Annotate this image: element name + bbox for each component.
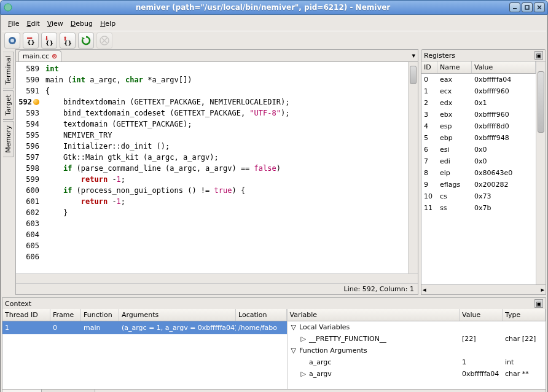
- tab-menu-down-icon[interactable]: ▾: [412, 52, 415, 60]
- line-number[interactable]: 598: [16, 163, 43, 174]
- var-col-type[interactable]: Type: [503, 309, 546, 321]
- menu-debug[interactable]: Debug: [67, 18, 96, 29]
- registers-hscrollbar[interactable]: ◂▸: [421, 285, 546, 295]
- code-line[interactable]: bindtextdomain (GETTEXT_PACKAGE, NEMIVER…: [45, 96, 405, 108]
- register-row[interactable]: 0eax0xbfffffa04: [421, 74, 536, 85]
- code-line[interactable]: return -1;: [45, 174, 405, 185]
- registers-vscrollbar[interactable]: [536, 61, 546, 284]
- menu-file[interactable]: File: [4, 18, 23, 29]
- code-line[interactable]: int: [45, 63, 405, 74]
- code-line[interactable]: textdomain (GETTEXT_PACKAGE);: [45, 119, 405, 130]
- line-number[interactable]: 590: [16, 74, 43, 85]
- context-collapse-icon[interactable]: ▣: [534, 299, 543, 308]
- line-number[interactable]: 596: [16, 141, 43, 152]
- menu-help[interactable]: Help: [96, 18, 119, 29]
- line-number[interactable]: 602: [16, 207, 43, 218]
- variable-row[interactable]: ▽ Function Arguments: [288, 345, 546, 356]
- register-row[interactable]: 7edi0x0: [421, 155, 536, 167]
- code-line[interactable]: return -1;: [45, 196, 405, 207]
- line-number[interactable]: 604: [16, 229, 43, 240]
- tab-breakpoints[interactable]: Breakpoints: [42, 390, 95, 392]
- line-number[interactable]: 601: [16, 196, 43, 207]
- line-number[interactable]: 594: [16, 119, 43, 130]
- line-number[interactable]: 597: [16, 152, 43, 163]
- step-over-button[interactable]: {}: [23, 33, 39, 49]
- code-line[interactable]: Initializer::do_init ();: [45, 141, 405, 152]
- register-row[interactable]: 1ecx0xbffff960: [421, 85, 536, 97]
- line-number[interactable]: 605: [16, 240, 43, 251]
- code-line[interactable]: }: [45, 207, 405, 218]
- register-row[interactable]: 6esi0x0: [421, 144, 536, 155]
- register-row[interactable]: 2edx0x1: [421, 97, 536, 109]
- code-line[interactable]: NEMIVER_TRY: [45, 130, 405, 141]
- close-button[interactable]: [534, 2, 545, 12]
- code-line[interactable]: if (parse_command_line (a_argc, a_argv) …: [45, 163, 405, 174]
- editor-hscrollbar[interactable]: [16, 273, 418, 283]
- register-row[interactable]: 8eip0x80643e0: [421, 167, 536, 179]
- code-line[interactable]: bind_textdomain_codeset (GETTEXT_PACKAGE…: [45, 108, 405, 119]
- toolbar: {} {} {}: [2, 31, 546, 49]
- var-col-value[interactable]: Value: [460, 309, 503, 321]
- stop-button[interactable]: [96, 33, 112, 49]
- code-line[interactable]: main (int a_argc, char *a_argv[]): [45, 74, 405, 85]
- code-line[interactable]: Gtk::Main gtk_kit (a_argc, a_argv);: [45, 152, 405, 163]
- variable-row[interactable]: ▷ __PRETTY_FUNCTION__[22]char [22]: [288, 333, 546, 345]
- stack-col-function[interactable]: Function: [81, 309, 119, 321]
- stack-col-thread[interactable]: Thread ID: [2, 309, 50, 321]
- reg-col-id[interactable]: ID: [421, 61, 437, 73]
- register-row[interactable]: 11ss0x7b: [421, 202, 536, 214]
- reg-col-value[interactable]: Value: [472, 61, 536, 73]
- close-tab-icon[interactable]: ⊗: [52, 52, 57, 60]
- file-tab[interactable]: main.cc ⊗: [18, 50, 61, 61]
- svg-text:{}: {}: [64, 40, 72, 46]
- maximize-button[interactable]: [522, 2, 533, 12]
- line-number[interactable]: 603: [16, 218, 43, 229]
- register-row[interactable]: 10cs0x73: [421, 190, 536, 202]
- line-number[interactable]: 606: [16, 251, 43, 262]
- code-line[interactable]: {: [45, 85, 405, 96]
- step-out-button[interactable]: {}: [60, 33, 76, 49]
- code-line[interactable]: if (process_non_gui_options () != true) …: [45, 185, 405, 196]
- register-row[interactable]: 4esp0xbffff8d0: [421, 120, 536, 132]
- line-number[interactable]: 591: [16, 85, 43, 96]
- variable-row[interactable]: ▷ a_argv0xbfffffa04char **: [288, 368, 546, 380]
- editor-area: main.cc ⊗ ▾ 5895905915925935945955965975…: [15, 49, 418, 295]
- variable-row[interactable]: ▽ Local Variables: [288, 321, 546, 333]
- register-row[interactable]: 9eflags0x200282: [421, 179, 536, 190]
- stack-col-location[interactable]: Location: [236, 309, 287, 321]
- reg-col-name[interactable]: Name: [437, 61, 472, 73]
- panel-collapse-icon[interactable]: ▣: [534, 51, 543, 60]
- line-number[interactable]: 592: [16, 96, 43, 108]
- minimize-button[interactable]: [509, 2, 520, 12]
- editor-vscrollbar[interactable]: [408, 62, 418, 273]
- line-number[interactable]: 593: [16, 108, 43, 119]
- var-col-variable[interactable]: Variable: [288, 309, 460, 321]
- restart-button[interactable]: [78, 33, 94, 49]
- svg-rect-2: [525, 6, 529, 9]
- register-row[interactable]: 3ebx0xbffff960: [421, 109, 536, 120]
- breakpoint-icon[interactable]: [33, 99, 39, 105]
- side-tab-memory[interactable]: Memory: [3, 121, 14, 157]
- register-row[interactable]: 5ebp0xbffff948: [421, 132, 536, 144]
- stack-col-frame[interactable]: Frame: [50, 309, 81, 321]
- code-view[interactable]: intmain (int a_argc, char *a_argv[]){ bi…: [43, 62, 408, 273]
- variable-row[interactable]: a_argc1int: [288, 356, 546, 368]
- context-title: Context: [5, 300, 31, 308]
- menu-edit[interactable]: Edit: [23, 18, 43, 29]
- line-number[interactable]: 595: [16, 130, 43, 141]
- line-number[interactable]: 599: [16, 174, 43, 185]
- continue-button[interactable]: [4, 33, 20, 49]
- tab-context[interactable]: Context: [2, 390, 42, 392]
- svg-point-0: [4, 4, 12, 11]
- line-number-gutter[interactable]: 5895905915925935945955965975985996006016…: [16, 62, 43, 273]
- step-into-button[interactable]: {}: [41, 33, 57, 49]
- titlebar[interactable]: nemiver (path="/usr/local/bin/nemiver", …: [0, 0, 548, 15]
- side-tab-terminal[interactable]: Terminal: [3, 52, 14, 89]
- file-tab-label: main.cc: [23, 52, 49, 60]
- stack-col-args[interactable]: Arguments: [119, 309, 236, 321]
- side-tab-target[interactable]: Target: [3, 90, 14, 120]
- line-number[interactable]: 600: [16, 185, 43, 196]
- stack-row[interactable]: 10main(a_argc = 1, a_argv = 0xbfffffa04)…: [2, 321, 287, 334]
- line-number[interactable]: 589: [16, 63, 43, 74]
- menu-view[interactable]: View: [44, 18, 67, 29]
